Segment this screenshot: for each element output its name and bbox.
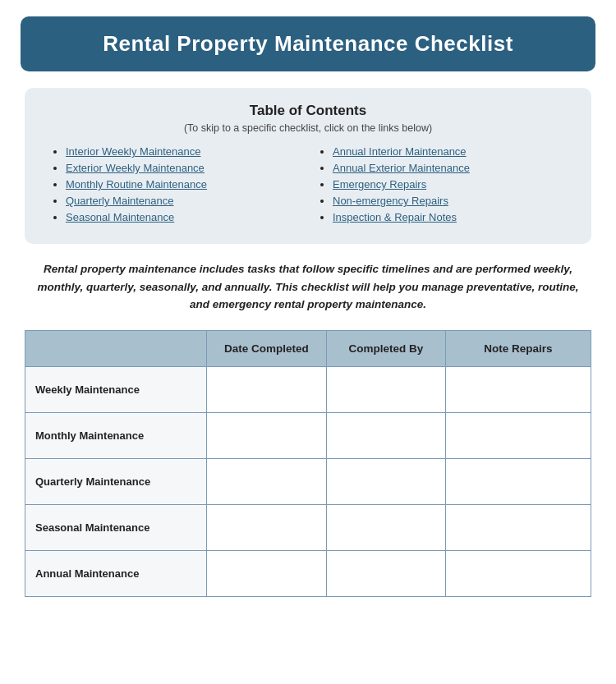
row-note-repairs[interactable] [445,458,591,504]
toc-title: Table of Contents [49,103,567,119]
row-completed-by[interactable] [326,504,445,550]
toc-item[interactable]: Emergency Repairs [333,178,567,191]
toc-item[interactable]: Annual Exterior Maintenance [333,162,567,174]
description-text: Rental property maintenance includes tas… [33,260,583,314]
toc-item[interactable]: Exterior Weekly Maintenance [66,162,300,174]
row-label: Annual Maintenance [25,550,207,596]
toc-link-annual-interior[interactable]: Annual Interior Maintenance [333,145,467,158]
table-row: Annual Maintenance [25,550,591,596]
toc-link-monthly-routine[interactable]: Monthly Routine Maintenance [66,178,207,191]
row-label: Seasonal Maintenance [25,504,207,550]
toc-link-annual-exterior[interactable]: Annual Exterior Maintenance [333,162,470,174]
col-header-note-repairs: Note Repairs [445,330,591,366]
toc-item[interactable]: Seasonal Maintenance [66,211,300,223]
row-label: Monthly Maintenance [25,412,207,458]
toc-subtitle: (To skip to a specific checklist, click … [49,122,567,134]
toc-item[interactable]: Annual Interior Maintenance [333,145,567,158]
row-note-repairs[interactable] [445,366,591,412]
toc-item[interactable]: Interior Weekly Maintenance [66,145,300,158]
row-label: Quarterly Maintenance [25,458,207,504]
page-title: Rental Property Maintenance Checklist [37,31,579,57]
table-row: Weekly Maintenance [25,366,591,412]
toc-columns: Interior Weekly Maintenance Exterior Wee… [49,145,567,227]
row-completed-by[interactable] [326,458,445,504]
row-date-completed[interactable] [207,412,326,458]
toc-link-seasonal[interactable]: Seasonal Maintenance [66,211,174,223]
row-note-repairs[interactable] [445,412,591,458]
row-completed-by[interactable] [326,412,445,458]
table-row: Quarterly Maintenance [25,458,591,504]
toc-box: Table of Contents (To skip to a specific… [25,88,591,244]
toc-link-interior-weekly[interactable]: Interior Weekly Maintenance [66,145,201,158]
table-header-row: Date Completed Completed By Note Repairs [25,330,591,366]
col-header-date-completed: Date Completed [207,330,326,366]
toc-col-right: Annual Interior Maintenance Annual Exter… [316,145,567,227]
table-row: Monthly Maintenance [25,412,591,458]
maintenance-table-wrapper: Date Completed Completed By Note Repairs… [25,330,591,597]
col-header-label [25,330,207,366]
toc-link-quarterly[interactable]: Quarterly Maintenance [66,195,174,207]
toc-link-exterior-weekly[interactable]: Exterior Weekly Maintenance [66,162,205,174]
row-note-repairs[interactable] [445,504,591,550]
row-date-completed[interactable] [207,366,326,412]
toc-item[interactable]: Monthly Routine Maintenance [66,178,300,191]
row-label: Weekly Maintenance [25,366,207,412]
toc-item[interactable]: Inspection & Repair Notes [333,211,567,223]
toc-link-non-emergency[interactable]: Non-emergency Repairs [333,195,448,207]
toc-col-left: Interior Weekly Maintenance Exterior Wee… [49,145,300,227]
header-banner: Rental Property Maintenance Checklist [21,16,595,71]
row-date-completed[interactable] [207,458,326,504]
row-note-repairs[interactable] [445,550,591,596]
toc-item[interactable]: Quarterly Maintenance [66,195,300,207]
toc-link-emergency-repairs[interactable]: Emergency Repairs [333,178,426,191]
toc-item[interactable]: Non-emergency Repairs [333,195,567,207]
row-completed-by[interactable] [326,366,445,412]
table-row: Seasonal Maintenance [25,504,591,550]
row-completed-by[interactable] [326,550,445,596]
toc-link-inspection-repair[interactable]: Inspection & Repair Notes [333,211,457,223]
col-header-completed-by: Completed By [326,330,445,366]
row-date-completed[interactable] [207,504,326,550]
row-date-completed[interactable] [207,550,326,596]
maintenance-table: Date Completed Completed By Note Repairs… [25,330,591,597]
